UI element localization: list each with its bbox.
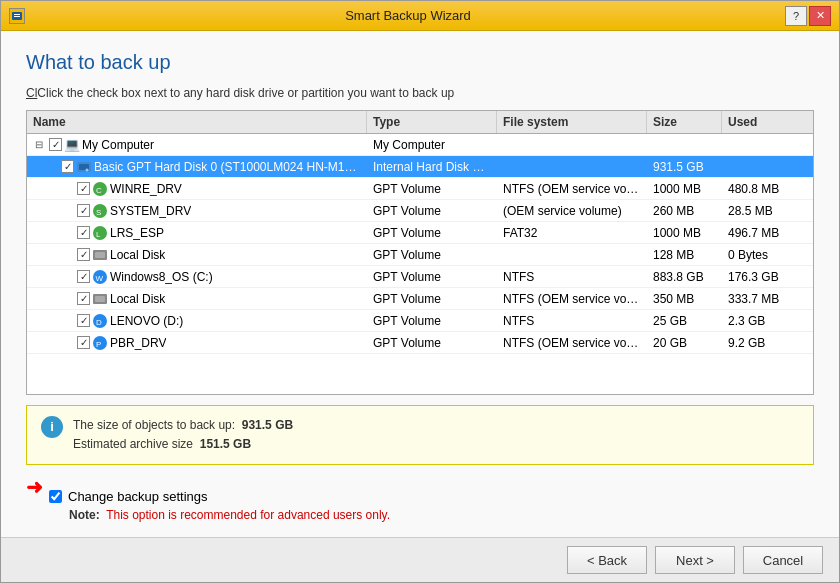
cancel-button[interactable]: Cancel xyxy=(743,546,823,574)
table-row[interactable]: ⊟ 💻 My Computer My Computer xyxy=(27,134,813,156)
name-cell: C WINRE_DRV xyxy=(27,179,367,199)
table-row[interactable]: Local Disk GPT Volume 128 MB 0 Bytes xyxy=(27,244,813,266)
used-cell: 480.8 MB xyxy=(722,180,797,198)
table-row[interactable]: W Windows8_OS (C:) GPT Volume NTFS 883.8… xyxy=(27,266,813,288)
used-cell xyxy=(722,143,797,147)
partition-icon: P xyxy=(92,335,108,351)
title-bar-left xyxy=(9,8,31,24)
used-cell: 9.2 GB xyxy=(722,334,797,352)
archive-value: 151.5 GB xyxy=(200,437,251,451)
change-backup-section: ➜ Change backup settings Note: This opti… xyxy=(26,477,814,522)
type-cell: GPT Volume xyxy=(367,246,497,264)
expand-icon[interactable] xyxy=(47,161,59,172)
filesystem-cell xyxy=(497,253,647,257)
row-checkbox[interactable] xyxy=(61,160,74,173)
used-cell: 176.3 GB xyxy=(722,268,797,286)
expand-icon xyxy=(63,315,75,326)
partition-icon: L xyxy=(92,225,108,241)
row-checkbox[interactable] xyxy=(77,248,90,261)
row-label: WINRE_DRV xyxy=(110,182,182,196)
size-cell: 260 MB xyxy=(647,202,722,220)
note-value: This option is recommended for advanced … xyxy=(106,508,390,522)
partition-icon: D xyxy=(92,313,108,329)
type-cell: GPT Volume xyxy=(367,334,497,352)
row-checkbox[interactable] xyxy=(77,270,90,283)
filesystem-cell: (OEM service volume) xyxy=(497,202,647,220)
col-filesystem: File system xyxy=(497,111,647,133)
row-checkbox[interactable] xyxy=(49,138,62,151)
name-cell: D LENOVO (D:) xyxy=(27,311,367,331)
change-backup-checkbox[interactable] xyxy=(49,490,62,503)
filesystem-cell: NTFS xyxy=(497,312,647,330)
table-row[interactable]: Basic GPT Hard Disk 0 (ST1000LM024 HN-M1… xyxy=(27,156,813,178)
col-name: Name xyxy=(27,111,367,133)
backup-tree-table[interactable]: Name Type File system Size Used ⊟ 💻 My C… xyxy=(26,110,814,395)
type-cell: My Computer xyxy=(367,136,497,154)
row-checkbox[interactable] xyxy=(77,226,90,239)
row-label: My Computer xyxy=(82,138,154,152)
harddisk-icon xyxy=(76,159,92,175)
size-cell: 350 MB xyxy=(647,290,722,308)
svg-rect-17 xyxy=(95,296,105,302)
svg-text:L: L xyxy=(96,230,101,239)
row-checkbox[interactable] xyxy=(77,292,90,305)
change-backup-label: Change backup settings xyxy=(68,489,207,504)
svg-point-5 xyxy=(86,168,89,171)
row-label: PBR_DRV xyxy=(110,336,166,350)
name-cell: Local Disk xyxy=(27,289,367,309)
next-button[interactable]: Next > xyxy=(655,546,735,574)
row-checkbox[interactable] xyxy=(77,314,90,327)
back-button[interactable]: < Back xyxy=(567,546,647,574)
row-checkbox[interactable] xyxy=(77,182,90,195)
table-row[interactable]: S SYSTEM_DRV GPT Volume (OEM service vol… xyxy=(27,200,813,222)
used-cell: 2.3 GB xyxy=(722,312,797,330)
used-cell: 333.7 MB xyxy=(722,290,797,308)
info-icon: i xyxy=(41,416,63,438)
partition-icon: W xyxy=(92,269,108,285)
partition-icon xyxy=(92,247,108,263)
title-bar: Smart Backup Wizard ? ✕ xyxy=(1,1,839,31)
table-row[interactable]: Local Disk GPT Volume NTFS (OEM service … xyxy=(27,288,813,310)
name-cell: W Windows8_OS (C:) xyxy=(27,267,367,287)
row-label: LENOVO (D:) xyxy=(110,314,183,328)
info-text: The size of objects to back up: 931.5 GB… xyxy=(73,416,293,454)
table-body: ⊟ 💻 My Computer My Computer xyxy=(27,134,813,354)
table-row[interactable]: L LRS_ESP GPT Volume FAT32 1000 MB 496.7… xyxy=(27,222,813,244)
svg-rect-13 xyxy=(95,252,105,258)
type-cell: GPT Volume xyxy=(367,312,497,330)
svg-text:S: S xyxy=(96,208,101,217)
type-cell: Internal Hard Disk Drive xyxy=(367,158,497,176)
content-area: What to back up ClClick the check box ne… xyxy=(1,31,839,537)
expand-icon xyxy=(63,293,75,304)
app-icon xyxy=(9,8,25,24)
table-row[interactable]: C WINRE_DRV GPT Volume NTFS (OEM service… xyxy=(27,178,813,200)
change-backup-row: Change backup settings xyxy=(49,489,390,504)
name-cell: Local Disk xyxy=(27,245,367,265)
filesystem-cell xyxy=(497,165,647,169)
help-button[interactable]: ? xyxy=(785,6,807,26)
expand-icon xyxy=(63,271,75,282)
row-checkbox[interactable] xyxy=(77,204,90,217)
size-value: 931.5 GB xyxy=(242,418,293,432)
filesystem-cell: NTFS xyxy=(497,268,647,286)
type-cell: GPT Volume xyxy=(367,268,497,286)
expand-icon[interactable]: ⊟ xyxy=(35,139,47,150)
info-box: i The size of objects to back up: 931.5 … xyxy=(26,405,814,465)
archive-label: Estimated archive size xyxy=(73,437,193,451)
col-used: Used xyxy=(722,111,797,133)
row-checkbox[interactable] xyxy=(77,336,90,349)
row-label: SYSTEM_DRV xyxy=(110,204,191,218)
type-cell: GPT Volume xyxy=(367,224,497,242)
close-button[interactable]: ✕ xyxy=(809,6,831,26)
name-cell: S SYSTEM_DRV xyxy=(27,201,367,221)
svg-rect-1 xyxy=(14,14,20,15)
table-row[interactable]: P PBR_DRV GPT Volume NTFS (OEM service v… xyxy=(27,332,813,354)
expand-icon xyxy=(63,337,75,348)
svg-text:C: C xyxy=(96,186,102,195)
type-cell: GPT Volume xyxy=(367,202,497,220)
name-cell: P PBR_DRV xyxy=(27,333,367,353)
row-label: LRS_ESP xyxy=(110,226,164,240)
table-row[interactable]: D LENOVO (D:) GPT Volume NTFS 25 GB 2.3 … xyxy=(27,310,813,332)
computer-icon: 💻 xyxy=(64,137,80,153)
svg-text:P: P xyxy=(96,340,101,349)
